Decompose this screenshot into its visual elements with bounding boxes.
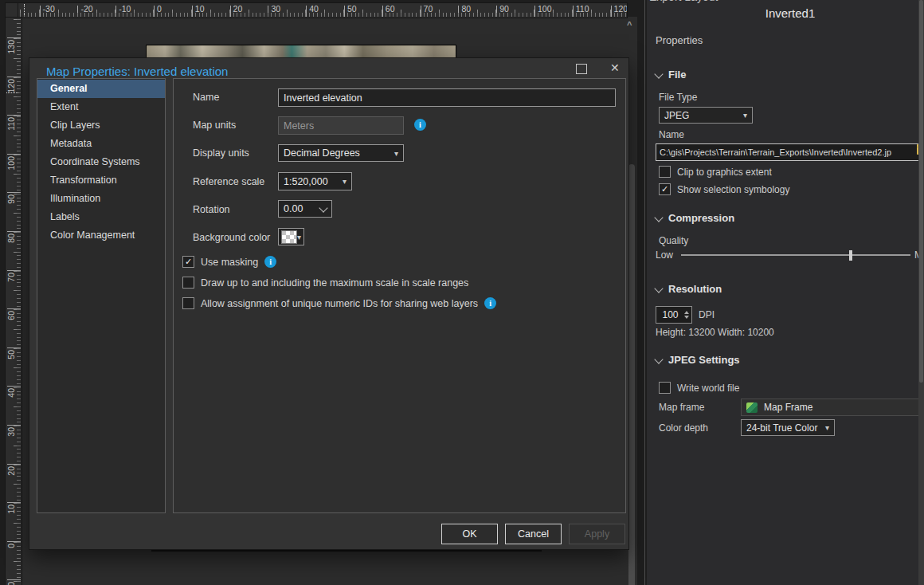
ruler-tick-label: 110 [6, 117, 16, 131]
unique-ids-row: ✓ Allow assignment of unique numeric IDs… [182, 297, 496, 309]
info-icon[interactable]: i [414, 119, 426, 131]
ruler-major-tick [344, 6, 345, 17]
display-units-dropdown[interactable]: Decimal Degrees ▾ [278, 144, 404, 162]
ruler-major-tick [7, 77, 21, 77]
map-units-field: Meters [278, 116, 404, 135]
ruler-tick-label: 30 [271, 4, 280, 14]
scroll-up-icon[interactable]: ^ [627, 20, 632, 29]
output-path-value: C:\gis\Projects\Terrain\Terrain_Exports\… [660, 147, 891, 157]
ruler-tick-label: -30 [43, 4, 55, 14]
color-depth-label: Color depth [659, 422, 708, 434]
arcgis-pro-window: -30-20-100102030405060708090100110120 13… [0, 0, 924, 585]
map-frame-label: Map frame [659, 402, 704, 413]
spin-down-icon[interactable] [684, 316, 689, 319]
ruler-tick-label: 70 [424, 4, 433, 14]
tab-transformation[interactable]: Transformation [37, 171, 165, 190]
tab-labels[interactable]: Labels [37, 208, 165, 226]
use-masking-checkbox[interactable]: ✓ [182, 256, 194, 268]
scrollbar-thumb[interactable] [628, 164, 635, 585]
clip-extent-checkbox[interactable]: ✓ [659, 166, 671, 178]
quality-slider[interactable] [681, 254, 910, 256]
ruler-major-tick [7, 425, 21, 426]
name-input[interactable] [278, 88, 616, 107]
draw-max-scale-row: ✓ Draw up to and including the maximum s… [182, 277, 468, 289]
compression-section-title: Compression [668, 212, 734, 224]
ok-button[interactable]: OK [441, 524, 498, 544]
map-units-value: Meters [284, 120, 314, 132]
world-file-row: ✓ Write world file [659, 382, 739, 394]
spin-up-icon[interactable] [684, 311, 689, 314]
ruler-major-tick [230, 6, 231, 17]
export-pane-scrollbar[interactable] [918, 0, 924, 585]
color-depth-dropdown[interactable]: 24-bit True Color ▾ [741, 419, 835, 436]
tab-extent[interactable]: Extent [37, 98, 165, 116]
dpi-spinner[interactable]: 100 [656, 306, 692, 324]
unique-ids-label: Allow assignment of unique numeric IDs f… [201, 298, 478, 309]
reference-scale-dropdown[interactable]: 1:520,000 ▾ [278, 172, 352, 190]
chevron-down-icon [654, 284, 663, 292]
tab-coordinate-systems[interactable]: Coordinate Systems [37, 153, 165, 171]
ruler-tick-label: 50 [6, 350, 16, 359]
cancel-button[interactable]: Cancel [505, 524, 562, 544]
ruler-tick-label: 60 [386, 4, 395, 14]
background-color-picker[interactable]: ▾ [278, 228, 304, 245]
ruler-tick-label: 40 [309, 4, 319, 14]
ruler-tick-label: 100 [6, 156, 16, 171]
ruler-major-tick [7, 37, 21, 38]
file-section-header[interactable]: File [656, 69, 686, 80]
map-properties-dialog: Map Properties: Inverted elevation ✕ Gen… [29, 57, 629, 550]
jpeg-settings-section-header[interactable]: JPEG Settings [656, 354, 740, 366]
output-name-label: Name [659, 129, 684, 140]
scrollbar-thumb[interactable] [919, 0, 923, 383]
world-file-checkbox[interactable]: ✓ [659, 382, 671, 394]
output-path-input[interactable]: C:\gis\Projects\Terrain\Terrain_Exports\… [656, 143, 923, 161]
ruler-tick-label: 100 [538, 4, 552, 14]
map-frame-dropdown[interactable]: Map Frame [741, 399, 924, 416]
ruler-tick-label: -10 [119, 4, 131, 14]
reference-scale-label: Reference scale [193, 176, 264, 187]
pixel-size-text: Height: 13200 Width: 10200 [656, 327, 774, 338]
chevron-down-icon [654, 213, 663, 222]
ruler-tick-label: 10 [6, 505, 16, 514]
ruler-tick-label: -10 [6, 582, 16, 585]
pane-splitter[interactable] [637, 0, 647, 585]
properties-label: Properties [656, 34, 703, 46]
draw-max-scale-checkbox[interactable]: ✓ [182, 277, 194, 289]
tab-color-management[interactable]: Color Management [37, 226, 165, 245]
ruler-major-tick [7, 115, 21, 116]
export-item-title: Inverted1 [647, 6, 924, 20]
ruler-tick-label: 90 [6, 194, 16, 204]
file-type-dropdown[interactable]: JPEG ▾ [659, 107, 753, 124]
ruler-major-tick [7, 386, 21, 387]
dialog-title: Map Properties: Inverted elevation [46, 65, 228, 78]
ruler-major-tick [458, 6, 459, 17]
selection-symbology-checkbox[interactable]: ✓ [659, 183, 671, 195]
resolution-section-header[interactable]: Resolution [656, 283, 722, 295]
dpi-unit-label: DPI [699, 309, 715, 320]
ruler-tick-label: 50 [347, 4, 357, 14]
background-color-label: Background color [193, 232, 270, 243]
ruler-major-tick [7, 464, 21, 465]
rotation-combobox[interactable]: 0.00 [278, 200, 332, 218]
ruler-major-tick [7, 502, 21, 503]
map-units-label: Map units [193, 120, 236, 131]
map-frame-value: Map Frame [764, 402, 812, 413]
ruler-tick-label: 20 [6, 466, 16, 476]
world-file-label: Write world file [677, 383, 739, 394]
ruler-major-tick [7, 541, 21, 542]
spinner-arrows[interactable] [684, 311, 689, 319]
unique-ids-checkbox[interactable]: ✓ [182, 297, 194, 309]
ruler-tick-label: 60 [6, 311, 16, 320]
quality-slider-handle[interactable] [849, 250, 852, 261]
compression-section-header[interactable]: Compression [656, 212, 734, 224]
tab-metadata[interactable]: Metadata [37, 135, 165, 153]
tab-clip-layers[interactable]: Clip Layers [37, 116, 165, 135]
info-icon[interactable]: i [484, 297, 496, 309]
ruler-major-tick [7, 579, 21, 580]
maximize-icon[interactable] [576, 64, 587, 74]
tab-illumination[interactable]: Illumination [37, 190, 165, 208]
ruler-tick-label: 0 [157, 4, 162, 14]
tab-general[interactable]: General [37, 80, 165, 98]
close-icon[interactable]: ✕ [610, 61, 620, 74]
info-icon[interactable]: i [264, 256, 276, 268]
